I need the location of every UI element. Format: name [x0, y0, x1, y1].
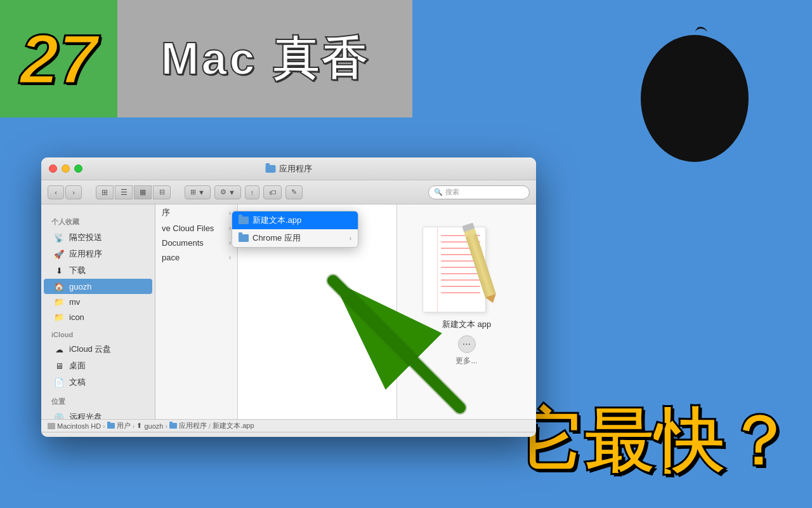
context-menu-item-new-text[interactable]: 新建文本.app: [232, 211, 358, 229]
column-item-space[interactable]: pace ›: [155, 250, 237, 265]
users-folder-icon: [107, 423, 115, 429]
action-button[interactable]: ⊞ ▼: [185, 185, 211, 199]
close-button[interactable]: [49, 164, 57, 173]
sidebar-item-documents[interactable]: 📄 文稿: [44, 374, 152, 391]
sidebar-label-guozh: guozh: [69, 282, 91, 291]
episode-number: 27: [20, 18, 97, 99]
number-block: 27: [0, 0, 117, 117]
applications-icon: 🚀: [54, 249, 64, 259]
docs-label: Documents: [162, 238, 204, 248]
sidebar-label-applications: 应用程序: [69, 248, 102, 260]
column-item-docs[interactable]: Documents ›: [155, 236, 237, 250]
hd-icon: [48, 423, 55, 429]
folder-title-icon: [266, 165, 276, 173]
sidebar-label-desktop: 桌面: [69, 360, 86, 371]
icloud-icon: ☁: [54, 344, 64, 354]
more-options-button[interactable]: ···: [458, 335, 476, 353]
edit-icon: ✎: [291, 188, 297, 196]
tag-button[interactable]: 🏷: [263, 185, 282, 199]
sidebar-label-downloads: 下载: [69, 265, 86, 276]
edit-button[interactable]: ✎: [285, 185, 303, 199]
back-button[interactable]: ‹: [48, 185, 64, 199]
favorites-section-title: 个人收藏: [41, 215, 155, 229]
nav-buttons: ‹ ›: [48, 185, 82, 199]
chrome-label: Chrome 应用: [252, 232, 301, 244]
show-title: Mac 真香: [160, 29, 369, 90]
partial-item-label-1: 序: [162, 207, 170, 218]
settings-button[interactable]: ⚙ ▼: [214, 185, 241, 199]
breadcrumb-users-label: 用户: [117, 421, 131, 431]
breadcrumb-users[interactable]: 用户: [107, 421, 131, 431]
share-button[interactable]: ↑: [245, 185, 260, 199]
arrange-dropdown-icon: ▼: [198, 189, 205, 196]
new-text-label: 新建文本.app: [252, 215, 301, 226]
remote-disc-icon: 💿: [54, 412, 64, 419]
finder-titlebar: 应用程序: [41, 157, 536, 180]
search-placeholder: 搜索: [445, 187, 459, 197]
new-text-folder-icon: [239, 217, 249, 224]
chevron-icon-1: ›: [229, 210, 231, 217]
fullscreen-button[interactable]: [74, 164, 82, 173]
breadcrumb-bar: Macintosh HD › 用户 › ⬆ guozh › 应用程序 / 新建文…: [41, 419, 536, 432]
breadcrumb-guozh-label: guozh: [144, 422, 163, 430]
airdrop-icon: 📡: [54, 232, 64, 243]
finder-window: 应用程序 ‹ › ⊞ ☰ ▦ ⊟ ⊞ ▼ ⚙ ▼ ↑ 🏷 ✎: [41, 157, 536, 437]
chevron-icon-4: ›: [229, 254, 231, 261]
list-view-button[interactable]: ☰: [115, 185, 133, 199]
sidebar-item-desktop[interactable]: 🖥 桌面: [44, 358, 152, 374]
statusbar-text: 选择了 1 项（共 2 项），230.66 GB 可用: [225, 436, 352, 437]
sidebar-item-icon[interactable]: 📁 icon: [44, 309, 152, 324]
search-icon: 🔍: [434, 188, 443, 196]
sidebar-label-icloud: iCloud 云盘: [69, 344, 111, 355]
breadcrumb-new-text[interactable]: 新建文本.app: [213, 421, 254, 431]
finder-files-area: 序 › ve Cloud Files › Documents: [155, 204, 536, 419]
sidebar-item-applications[interactable]: 🚀 应用程序: [44, 246, 152, 262]
sidebar-label-remote-disc: 远程光盘: [69, 411, 102, 419]
sidebar-item-airdrop[interactable]: 📡 隔空投送: [44, 229, 152, 246]
finder-content: 个人收藏 📡 隔空投送 🚀 应用程序 ⬇ 下载 🏠 guozh 📁 mv: [41, 204, 536, 419]
context-menu-item-chrome[interactable]: Chrome 应用 ›: [232, 229, 358, 247]
more-options-label: 更多...: [455, 356, 477, 366]
preview-filename: 新建文本 app: [442, 319, 491, 330]
columns-area: 序 › ve Cloud Files › Documents: [155, 204, 536, 419]
breadcrumb-sep-3: ›: [165, 422, 167, 430]
locations-section-title: 位置: [41, 394, 155, 409]
sidebar-item-icloud-drive[interactable]: ☁ iCloud 云盘: [44, 341, 152, 358]
title-block: Mac 真香: [117, 0, 412, 117]
window-title: 应用程序: [266, 163, 312, 175]
cta-text: 它最快？: [514, 406, 793, 476]
chrome-folder-icon: [239, 234, 249, 242]
top-banner: 27 Mac 真香: [0, 0, 412, 117]
finder-toolbar: ‹ › ⊞ ☰ ▦ ⊟ ⊞ ▼ ⚙ ▼ ↑ 🏷 ✎ 🔍 搜: [41, 180, 536, 204]
finder-sidebar: 个人收藏 📡 隔空投送 🚀 应用程序 ⬇ 下载 🏠 guozh 📁 mv: [41, 204, 155, 419]
preview-area: 新建文本 app ··· 更多...: [396, 204, 536, 419]
gallery-view-button[interactable]: ⊟: [153, 185, 171, 199]
column-view-button[interactable]: ▦: [134, 185, 152, 199]
apple-symbol: : [671, 32, 717, 159]
breadcrumb-macintosh[interactable]: Macintosh HD: [48, 422, 101, 430]
gear-icon: ⚙: [220, 188, 226, 196]
sidebar-item-remote-disc[interactable]: 💿 远程光盘: [44, 409, 152, 419]
breadcrumb-guozh-icon: ⬆: [136, 422, 142, 430]
breadcrumb-applications[interactable]: 应用程序: [169, 421, 207, 431]
column-item-icloud[interactable]: ve Cloud Files ›: [155, 221, 237, 236]
traffic-lights: [49, 164, 82, 173]
downloads-icon: ⬇: [54, 265, 64, 276]
breadcrumb-sep-4: /: [209, 422, 211, 430]
preview-icon: [419, 217, 514, 312]
tag-icon: 🏷: [269, 189, 276, 196]
sidebar-item-mv[interactable]: 📁 mv: [44, 294, 152, 309]
sidebar-item-downloads[interactable]: ⬇ 下载: [44, 262, 152, 279]
sidebar-item-guozh[interactable]: 🏠 guozh: [44, 279, 152, 294]
search-box[interactable]: 🔍 搜索: [428, 185, 530, 199]
mv-folder-icon: 📁: [54, 297, 64, 307]
breadcrumb-guozh[interactable]: ⬆ guozh: [136, 422, 163, 430]
jace-watermark: Jace: [160, 315, 161, 316]
icloud-files-label: ve Cloud Files: [162, 224, 214, 233]
arrange-icon: ⊞: [190, 188, 196, 196]
chrome-chevron-icon: ›: [350, 235, 351, 242]
minimize-button[interactable]: [62, 164, 70, 173]
icon-view-button[interactable]: ⊞: [96, 185, 114, 199]
forward-button[interactable]: ›: [65, 185, 82, 199]
column-item-partial1[interactable]: 序 ›: [155, 204, 237, 221]
